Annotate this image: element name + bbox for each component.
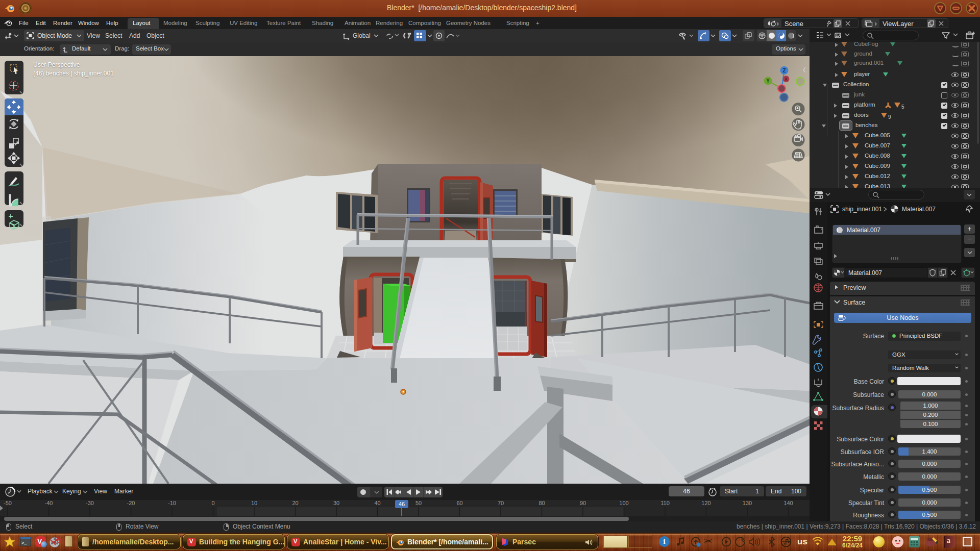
- svg-text:Y: Y: [766, 78, 770, 84]
- svg-text:X: X: [785, 77, 788, 82]
- svg-text:-40: -40: [45, 500, 53, 506]
- svg-text:60: 60: [456, 500, 462, 506]
- svg-text:10: 10: [251, 500, 257, 506]
- svg-text:110: 110: [660, 500, 670, 506]
- svg-text:0: 0: [211, 500, 214, 506]
- svg-text:-50: -50: [4, 500, 12, 506]
- svg-text:50: 50: [415, 500, 422, 506]
- svg-text:130: 130: [743, 500, 752, 506]
- svg-text:70: 70: [498, 500, 504, 506]
- svg-text:Z: Z: [782, 68, 786, 73]
- svg-text:120: 120: [701, 500, 710, 506]
- svg-text:-20: -20: [127, 500, 135, 506]
- svg-text:-10: -10: [168, 500, 176, 506]
- svg-text:30: 30: [333, 500, 339, 506]
- svg-text:100: 100: [619, 500, 628, 506]
- svg-text:140: 140: [783, 500, 793, 506]
- svg-text:-30: -30: [86, 500, 94, 506]
- svg-text:80: 80: [538, 500, 545, 506]
- svg-text:40: 40: [374, 500, 380, 506]
- svg-text:90: 90: [580, 500, 586, 506]
- svg-text:20: 20: [292, 500, 298, 506]
